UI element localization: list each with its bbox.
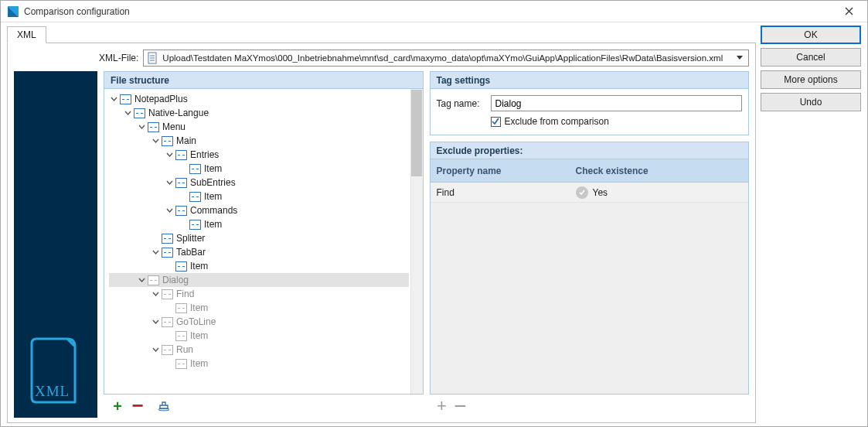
tree-node[interactable]: Native-Langue (109, 106, 409, 120)
tree-node-label: TabBar (176, 247, 206, 258)
tag-name-input[interactable] (491, 95, 743, 111)
right-buttons: OK Cancel More options Undo (759, 22, 867, 426)
cancel-button[interactable]: Cancel (761, 48, 861, 67)
tag-settings-body: Tag name: Exclude from comparison (431, 89, 749, 135)
chevron-down-icon[interactable] (109, 94, 118, 104)
tree-leaf-spacer (151, 234, 160, 243)
xml-node-icon (175, 150, 187, 160)
chevron-down-icon[interactable] (151, 345, 160, 354)
tree-node[interactable]: Item (109, 301, 409, 315)
tree-node[interactable]: Splitter (109, 231, 409, 245)
col-property-name: Property name (431, 166, 570, 176)
tag-settings-panel: Tag settings Tag name: (430, 71, 750, 135)
tree-node-label: Find (176, 289, 194, 299)
tree-node-label: Commands (190, 205, 237, 216)
exclude-checkbox[interactable] (491, 117, 501, 127)
tree-node[interactable]: Dialog (109, 273, 409, 287)
chevron-down-icon[interactable] (137, 275, 146, 285)
tree-node[interactable]: Commands (109, 203, 409, 217)
exclude-add-button[interactable]: + (434, 398, 450, 415)
dropdown-icon[interactable] (734, 56, 745, 60)
chevron-down-icon[interactable] (137, 122, 146, 132)
remove-button[interactable]: − (130, 400, 145, 412)
exclude-properties-header: Exclude properties: (431, 142, 749, 159)
tree-node-label: Run (176, 344, 193, 355)
tree-leaf-spacer (165, 331, 174, 340)
exclude-table-row[interactable]: FindYes (431, 183, 749, 203)
chevron-down-icon[interactable] (151, 317, 160, 326)
col-check-existence: Check existence (570, 166, 749, 176)
xml-node-icon (162, 289, 173, 299)
tree-node-label: GoToLine (176, 316, 216, 327)
tree-node[interactable]: Menu (109, 120, 409, 134)
tree-node-label: Item (190, 302, 208, 313)
xml-node-icon (148, 122, 159, 132)
chevron-down-icon[interactable] (165, 178, 174, 187)
xml-node-icon (175, 261, 187, 272)
xml-node-icon (175, 359, 187, 369)
tree-node-label: Item (190, 261, 208, 272)
xml-node-icon (148, 275, 159, 285)
undo-button[interactable]: Undo (761, 93, 861, 111)
xml-file-path: Upload\Testdaten MaXYmos\000_Inbetriebna… (162, 53, 734, 63)
right-column: Tag settings Tag name: (430, 71, 750, 418)
xml-node-icon (175, 303, 187, 313)
tree-node[interactable]: Item (109, 217, 409, 231)
tree-node[interactable]: Run (109, 343, 409, 357)
chevron-down-icon[interactable] (151, 289, 160, 299)
xml-node-icon (162, 136, 173, 146)
check-icon (576, 186, 588, 199)
more-options-button[interactable]: More options (761, 70, 861, 89)
tree-node[interactable]: Item (109, 162, 409, 176)
tree-node[interactable]: Item (109, 190, 409, 203)
close-button[interactable] (836, 2, 861, 21)
tab-xml[interactable]: XML (7, 26, 46, 43)
chevron-down-icon[interactable] (165, 150, 174, 159)
tree-node[interactable]: Item (109, 329, 409, 343)
tree-node-label: Item (204, 219, 222, 230)
tree-toolbar: + − (104, 395, 424, 418)
xml-node-icon (120, 94, 131, 104)
exclude-properties-panel: Exclude properties: Property name Check … (430, 142, 750, 395)
tree-node[interactable]: TabBar (109, 245, 409, 259)
exclude-row-check: Yes (570, 186, 749, 199)
add-button[interactable]: + (110, 398, 125, 414)
tree-node[interactable]: Main (109, 134, 409, 148)
tree-node-label: Menu (162, 121, 186, 132)
exclude-table-header: Property name Check existence (431, 159, 749, 183)
title-bar: Comparison configuration (1, 1, 867, 22)
chevron-down-icon[interactable] (165, 206, 174, 215)
exclude-remove-button[interactable]: − (453, 401, 468, 412)
tree-node-label: Main (176, 135, 196, 146)
xml-tree[interactable]: NotepadPlusNative-LangueMenuMainEntriesI… (104, 89, 410, 394)
tree-scroll-area: NotepadPlusNative-LangueMenuMainEntriesI… (104, 89, 423, 394)
tree-node[interactable]: Find (109, 287, 409, 301)
tree-node-label: Entries (190, 149, 219, 160)
tree-node[interactable]: NotepadPlus (109, 92, 409, 106)
chevron-down-icon[interactable] (151, 248, 160, 257)
tree-node-label: Splitter (176, 233, 205, 244)
scrollbar-thumb[interactable] (411, 90, 422, 176)
content-area: XML XML-File: Upload\Testdaten MaXYmos\0… (1, 22, 759, 426)
exclude-toolbar: + − (430, 395, 750, 418)
columns: XML File structure NotepadPlusNative-Lan… (14, 71, 749, 418)
xml-node-icon (189, 164, 201, 174)
ok-button[interactable]: OK (761, 26, 861, 44)
chevron-down-icon[interactable] (151, 136, 160, 145)
svg-text:XML: XML (35, 383, 70, 399)
tree-leaf-spacer (179, 192, 188, 201)
tree-node[interactable]: GoToLine (109, 315, 409, 329)
tree-node[interactable]: Entries (109, 148, 409, 162)
xml-file-selector[interactable]: Upload\Testdaten MaXYmos\000_Inbetriebna… (143, 50, 749, 67)
xml-node-icon (175, 178, 187, 188)
tree-node[interactable]: SubEntries (109, 176, 409, 190)
tree-node[interactable]: Item (109, 259, 409, 273)
scrollbar[interactable] (410, 89, 423, 394)
open-file-icon[interactable] (158, 399, 172, 414)
tree-node-label: NotepadPlus (134, 94, 188, 104)
tree-node[interactable]: Item (109, 357, 409, 371)
xml-node-icon (189, 192, 201, 202)
chevron-down-icon[interactable] (123, 108, 132, 118)
exclude-table-fill (431, 203, 749, 394)
exclude-row-property: Find (431, 187, 570, 198)
